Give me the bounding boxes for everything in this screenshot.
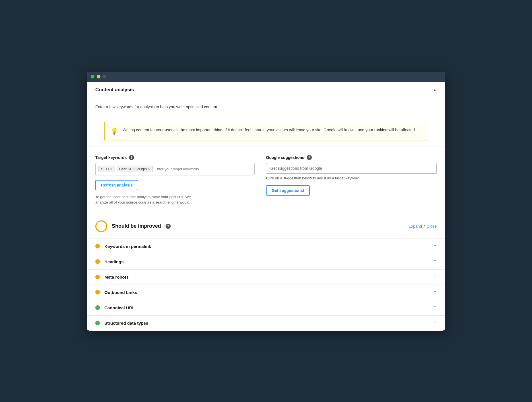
improvement-right: Expand / Close (409, 224, 437, 229)
item-label-keywords-in-permalink: Keywords in permalink (104, 244, 151, 249)
tip-box: 💡 Writing content for your users is the … (104, 122, 428, 140)
get-suggestions-button[interactable]: Get suggestions! (266, 185, 310, 196)
keyword-tag-seo: SEO × (98, 166, 115, 172)
status-dot-green-canonical (95, 305, 100, 310)
info-text-section: Enter a few keywords for analysis to hel… (87, 98, 445, 116)
improvement-circle-indicator (95, 220, 107, 232)
dot-yellow[interactable] (97, 75, 100, 78)
dot-green[interactable] (91, 75, 94, 78)
improvement-help-icon[interactable]: ? (166, 224, 171, 229)
item-row-canonical-url[interactable]: Canonical URL ⌃ (87, 300, 445, 316)
tip-text: Writing content for your users is the mo… (123, 127, 416, 133)
refresh-analysis-button[interactable]: Refresh analysis (95, 180, 138, 190)
improvement-header: Should be improved ? Expand / Close (87, 214, 445, 239)
save-hint-text: To get the most accurate analysis, save … (95, 194, 203, 205)
dot-grey (103, 75, 106, 78)
target-keywords-panel: Target keywords ? SEO × Best SEO Plugin … (95, 155, 255, 205)
keyword-tag-seo-label: SEO (101, 167, 109, 171)
keywords-input-wrapper[interactable]: SEO × Best SEO Plugin × (95, 163, 255, 175)
item-row-headings[interactable]: Headings ⌃ (87, 254, 445, 270)
section-header: Content analysis ▲ (87, 82, 445, 98)
google-suggestions-label: Google suggestions ? (266, 155, 437, 160)
expand-link[interactable]: Expand (409, 224, 422, 229)
item-label-structured-data-types: Structured data types (104, 321, 148, 326)
chevron-up-icon-keywords[interactable]: ⌃ (433, 244, 437, 248)
keyword-tag-best-seo-plugin-label: Best SEO Plugin (119, 167, 147, 171)
item-label-outbound-links: Outbound Links (104, 290, 137, 295)
main-window: Content analysis ▲ Enter a few keywords … (87, 72, 445, 331)
item-row-meta-robots[interactable]: Meta robots ⌃ (87, 270, 445, 285)
info-text: Enter a few keywords for analysis to hel… (95, 105, 218, 109)
improvement-left: Should be improved ? (95, 220, 171, 232)
item-label-headings: Headings (104, 259, 124, 264)
chevron-up-icon-headings[interactable]: ⌃ (433, 259, 437, 264)
titlebar (87, 72, 445, 82)
status-dot-orange-meta (95, 275, 100, 279)
content-area: Content analysis ▲ Enter a few keywords … (87, 82, 445, 331)
expand-close-separator: / (424, 224, 425, 229)
chevron-up-icon-outbound[interactable]: ⌃ (433, 290, 437, 295)
item-label-canonical-url: Canonical URL (104, 305, 135, 310)
chevron-up-icon-meta[interactable]: ⌃ (433, 275, 437, 279)
keyword-tag-best-seo-plugin-remove[interactable]: × (148, 167, 150, 171)
google-suggestions-help-icon[interactable]: ? (307, 155, 312, 160)
item-row-outbound-links[interactable]: Outbound Links ⌃ (87, 285, 445, 300)
item-row-structured-data[interactable]: Structured data types ⌃ (87, 316, 445, 331)
item-row-keywords-in-permalink[interactable]: Keywords in permalink ⌃ (87, 239, 445, 254)
keyword-tag-seo-remove[interactable]: × (110, 167, 112, 171)
keyword-tag-best-seo-plugin: Best SEO Plugin × (117, 166, 153, 172)
item-label-meta-robots: Meta robots (104, 275, 129, 279)
target-keywords-label: Target keywords ? (95, 155, 255, 160)
keywords-section: Target keywords ? SEO × Best SEO Plugin … (87, 146, 445, 205)
chevron-up-icon-structured[interactable]: ⌃ (433, 321, 437, 325)
target-keywords-help-icon[interactable]: ? (129, 155, 134, 160)
status-dot-orange-keywords (95, 244, 100, 248)
close-link[interactable]: Close (426, 224, 437, 229)
lightbulb-icon: 💡 (110, 128, 118, 135)
status-dot-orange-headings (95, 259, 100, 264)
improvement-title: Should be improved (112, 223, 161, 229)
status-dot-orange-outbound (95, 290, 100, 295)
suggestion-hint-text: Click on a suggestion below to add it as… (266, 176, 437, 180)
status-dot-green-structured (95, 321, 100, 325)
section-title: Content analysis (95, 87, 134, 93)
keywords-text-input[interactable] (154, 167, 251, 171)
google-suggestions-panel: Google suggestions ? Click on a suggesti… (266, 155, 437, 205)
chevron-up-icon-canonical[interactable]: ⌃ (433, 305, 437, 310)
collapse-icon[interactable]: ▲ (433, 88, 437, 92)
google-suggestions-input[interactable] (266, 163, 437, 174)
